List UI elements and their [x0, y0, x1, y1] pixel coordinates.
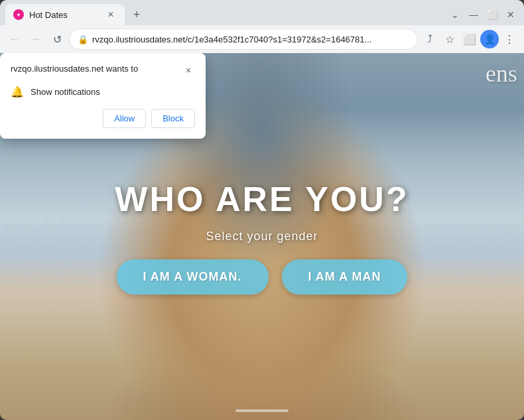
reload-button[interactable]: ↺ — [48, 30, 66, 48]
tab-favicon — [13, 9, 24, 20]
lock-icon: 🔒 — [78, 35, 88, 44]
popup-title: rvzqo.ilustriousdates.net wants to — [11, 64, 182, 74]
profile-button[interactable]: 👤 — [480, 30, 499, 48]
bookmark-icon[interactable]: ☆ — [440, 30, 459, 48]
page-content: WHO ARE YOU? Select your gender I AM A W… — [115, 179, 409, 295]
new-tab-button[interactable]: + — [127, 5, 146, 24]
man-button[interactable]: I AM A MAN — [282, 259, 408, 295]
allow-button[interactable]: Allow — [103, 109, 146, 128]
window-controls: ⌄ — ⬜ ✕ — [447, 7, 519, 23]
browser-content: ens WHO ARE YOU? Select your gender I AM… — [0, 53, 524, 420]
gender-buttons: I AM A WOMAN. I AM A MAN — [117, 259, 408, 295]
popup-header: rvzqo.ilustriousdates.net wants to × — [11, 64, 195, 77]
address-actions: ⤴ ☆ ⬜ 👤 ⋮ — [421, 30, 519, 48]
address-bar: ← → ↺ 🔒 rvzqo.ilustriousdates.net/c/1e3a… — [0, 25, 524, 53]
bell-icon: 🔔 — [11, 85, 24, 98]
popup-close-button[interactable]: × — [182, 64, 195, 77]
tab-title: Hot Dates — [29, 10, 99, 20]
browser-window: Hot Dates ✕ + ⌄ — ⬜ ✕ ← → ↺ 🔒 rvzqo.ilus… — [0, 0, 524, 53]
sub-heading: Select your gender — [206, 230, 318, 244]
maximize-button[interactable]: ⬜ — [484, 7, 500, 23]
share-icon[interactable]: ⤴ — [421, 30, 439, 48]
chevron-down-icon[interactable]: ⌄ — [447, 7, 463, 23]
main-heading: WHO ARE YOU? — [115, 179, 409, 219]
extensions-icon[interactable]: ⬜ — [460, 30, 479, 48]
notification-popup: rvzqo.ilustriousdates.net wants to × 🔔 S… — [0, 53, 206, 139]
menu-button[interactable]: ⋮ — [500, 30, 519, 48]
url-bar[interactable]: 🔒 rvzqo.ilustriousdates.net/c/1e3a4e532f… — [69, 29, 418, 50]
popup-actions: Allow Block — [11, 109, 195, 128]
popup-permission: 🔔 Show notifications — [11, 85, 195, 98]
woman-button[interactable]: I AM A WOMAN. — [117, 259, 269, 295]
scroll-indicator — [235, 409, 289, 412]
tab-close-button[interactable]: ✕ — [105, 9, 117, 21]
tab-bar: Hot Dates ✕ + — [5, 4, 442, 25]
block-button[interactable]: Block — [151, 109, 195, 128]
permission-text: Show notifications — [31, 87, 100, 97]
title-bar: Hot Dates ✕ + ⌄ — ⬜ ✕ — [0, 0, 524, 25]
minimize-button[interactable]: — — [466, 7, 482, 23]
forward-button[interactable]: → — [27, 30, 45, 48]
back-button[interactable]: ← — [5, 30, 24, 48]
script-overlay-text: ens — [486, 60, 517, 88]
window-close-button[interactable]: ✕ — [503, 7, 519, 23]
active-tab[interactable]: Hot Dates ✕ — [5, 4, 125, 25]
url-text: rvzqo.ilustriousdates.net/c/1e3a4e532f1c… — [92, 35, 409, 44]
